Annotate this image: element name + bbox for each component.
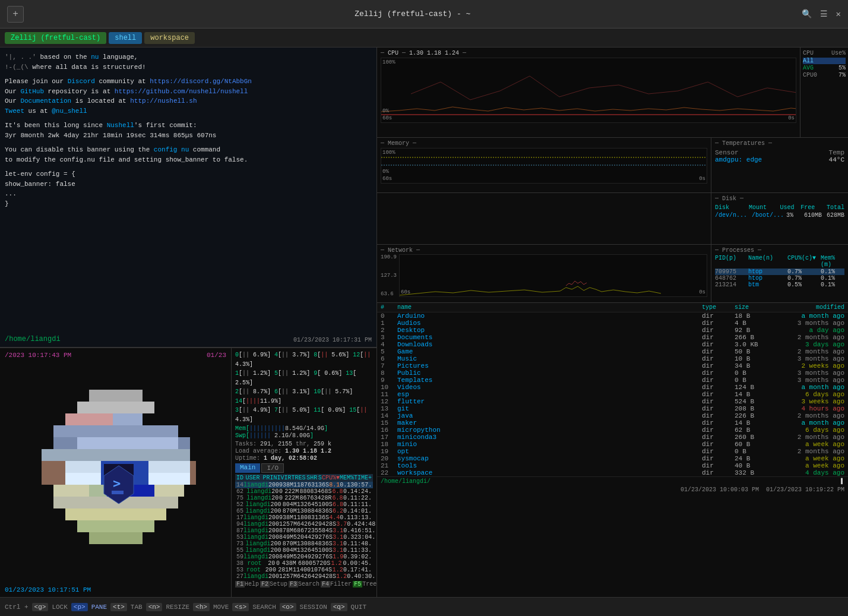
fb-row-num: 16 (381, 427, 397, 434)
htop-table-row[interactable]: 14 liangdi 20 0 938M 11876 3136 S 8.1 0.… (235, 482, 373, 488)
net-labels: 190.9 127.3 63.6 (381, 254, 397, 297)
fb-row[interactable]: 18 minio dir 60 B a week ago (377, 441, 848, 448)
htop-table-row[interactable]: 27 liangdi 20 0 1257M 64264 29428 S 1.2 … (235, 573, 373, 580)
fb-row[interactable]: 22 workspace dir 332 B 4 days ago (377, 469, 848, 476)
proc-table-body: 709975 htop 0.7% 0.1% 648762 htop 0.7% 0… (715, 268, 844, 288)
th-user: USER (246, 475, 263, 481)
tab-workspace[interactable]: workspace (144, 32, 195, 44)
shell-line: You can disable this banner using the co… (5, 145, 372, 155)
fb-row[interactable]: 21 tools dir 40 B a week ago (377, 462, 848, 469)
fb-row[interactable]: 11 esp dir 14 B 6 days ago (377, 391, 848, 398)
svg-rect-25 (89, 532, 143, 544)
htop-table-row[interactable]: 38 root 20 0 438M 6800 5720 S 1.2 0.0 0:… (235, 560, 373, 567)
fb-row[interactable]: 3 Documents dir 266 B 2 months ago (377, 334, 848, 341)
htop-table-row[interactable]: 75 liangdi 20 0 222M 8676 3428 R 6.8 0.1… (235, 495, 373, 501)
fb-row-num: 1 (381, 320, 397, 327)
fb-row[interactable]: 14 java dir 226 B 2 months ago (377, 412, 848, 419)
fb-row[interactable]: 15 maker dir 14 B a month ago (377, 419, 848, 427)
fb-row[interactable]: 7 Pictures dir 34 B 2 weeks ago (377, 362, 848, 369)
sb-key-move[interactable]: <h> (193, 603, 210, 611)
fb-row[interactable]: 9 Templates dir 0 B 3 months ago (377, 377, 848, 384)
htop-table-row[interactable]: 94 liangdi 20 0 1257M 64264 29428 S 3.7 … (235, 521, 373, 527)
tab-shell[interactable]: shell (109, 32, 142, 44)
fb-row[interactable]: 6 Music dir 10 B 3 months ago (377, 355, 848, 362)
sb-key-lock[interactable]: <g> (32, 603, 49, 611)
fb-row[interactable]: 4 Downloads dir 3.0 KB 3 days ago (377, 341, 848, 348)
htop-tab-io[interactable]: I/O (261, 463, 284, 473)
fb-row-type: dir (702, 462, 735, 469)
htop-table-row[interactable]: 65 liangdi 20 0 870M 13088 4836 S 6.2 0.… (235, 508, 373, 514)
fb-row-size: 0 B (735, 448, 773, 455)
htop-tab-main[interactable]: Main (235, 463, 260, 473)
file-browser[interactable]: # name type size modified 0 Arduino dir … (377, 303, 848, 597)
fnkey-f5: F5 (353, 581, 362, 587)
htop-table-row[interactable]: 17 liangdi 20 0 938M 11808 3136 S 4.4 0.… (235, 514, 373, 521)
htop-table-row[interactable]: 55 liangdi 20 0 804M 13264 5100 S 3.1 0.… (235, 547, 373, 554)
sb-key-pane[interactable]: <p> (71, 603, 88, 611)
dh-used: Used (780, 204, 796, 211)
fb-row[interactable]: 0 Arduino dir 18 B a month ago (377, 312, 848, 320)
menu-icon[interactable]: ☰ (820, 9, 828, 19)
fb-row[interactable]: 5 Game dir 50 B 2 months ago (377, 348, 848, 355)
fb-row[interactable]: 10 Videos dir 124 B a month ago (377, 384, 848, 391)
htop-table-row[interactable]: 53 liangdi 20 0 849M 52044 29276 S 3.1 0… (235, 534, 373, 541)
fb-row-size: 208 B (735, 405, 773, 412)
th-mem: MEM% (340, 475, 354, 481)
shell-line: '|, . .' based on the nu language, (5, 52, 372, 62)
sb-key-session[interactable]: <o> (280, 603, 296, 611)
htop-table-row[interactable]: 52 liangdi 20 0 804M 13264 5100 S 6.8 0.… (235, 501, 373, 508)
fb-row[interactable]: 17 miniconda3 dir 260 B 2 months ago (377, 434, 848, 441)
htop-table-row[interactable]: 73 liangdi 20 0 870M 13088 4836 S 3.1 0.… (235, 541, 373, 547)
fb-row[interactable]: 1 Audios dir 4 B 3 months ago (377, 320, 848, 327)
htop-table-row[interactable]: 59 liangdi 20 0 849M 52049 29276 S 1.9 0… (235, 554, 373, 560)
fb-row-type: dir (702, 341, 735, 348)
fb-row-num: 21 (381, 462, 397, 469)
fb-row-size: 92 B (735, 327, 773, 334)
disk-row: ─ Disk ─ Disk Mount Used Free Total /dev… (377, 193, 848, 245)
shell-panel[interactable]: '|, . .' based on the nu language, !-(_(… (0, 48, 376, 348)
fb-row[interactable]: 8 Public dir 0 B 3 months ago (377, 369, 848, 377)
legend-avg: AVG (803, 65, 814, 71)
sb-key-quit[interactable]: <q> (331, 603, 347, 611)
fb-row-mod: 2 months ago (773, 348, 844, 355)
fb-row[interactable]: 12 flutter dir 524 B 3 weeks ago (377, 398, 848, 405)
search-icon[interactable]: 🔍 (802, 9, 812, 19)
fb-row[interactable]: 13 git dir 208 B 4 hours ago (377, 405, 848, 412)
sb-key-search[interactable]: <s> (232, 603, 249, 611)
htop-table-row[interactable]: 87 liangdi 20 0 878M 68672 35584 S 3.1 0… (235, 527, 373, 534)
svg-rect-29 (112, 491, 124, 494)
fb-row-num: 11 (381, 391, 397, 398)
svg-rect-17 (190, 473, 196, 485)
svg-rect-12 (148, 461, 190, 473)
fb-path-left: /home/liangdi/ (381, 478, 431, 485)
tab-zellij[interactable]: Zellij (fretful-cast) (5, 32, 106, 44)
sb-key-tab[interactable]: <t> (110, 603, 127, 611)
svg-rect-23 (65, 508, 166, 520)
close-icon[interactable]: ✕ (836, 9, 841, 19)
disk-total: 628MB (827, 212, 844, 219)
fb-row[interactable]: 20 sysmocap dir 24 B a week ago (377, 455, 848, 462)
fb-row-num: 20 (381, 455, 397, 462)
fb-row-mod: 3 days ago (773, 341, 844, 348)
shell-path: /home/liangdi (5, 335, 61, 343)
fb-row[interactable]: 16 micropython dir 62 B 6 days ago (377, 427, 848, 434)
cpu-graph-area: 100% 0% 60s 0s (381, 58, 796, 123)
htop-table-row[interactable]: 53 root 20 0 281M 11400 10764 S 1.2 0.1 … (235, 567, 373, 573)
fb-row[interactable]: 2 Desktop dir 92 B a day ago (377, 327, 848, 334)
htop-panel[interactable]: 0[|| 6.9%] 4[|| 3.7%] 8[|| 5.6%] 12[|| 4… (232, 348, 376, 597)
htop-mem-bar: Mem[||||||||||8.54G/14.9G] (235, 425, 373, 432)
fb-row-type: dir (702, 384, 735, 391)
new-tab-button[interactable]: + (7, 6, 24, 23)
fb-row-name: tools (397, 462, 702, 469)
fb-row-num: 12 (381, 398, 397, 405)
pixel-art-svg: > (18, 372, 214, 574)
htop-table-row[interactable]: 62 liangdi 20 0 222M 8808 3468 S 6.8 0.1… (235, 488, 373, 495)
fb-row-num: 18 (381, 441, 397, 448)
fb-row[interactable]: 19 opt dir 0 B 2 months ago (377, 448, 848, 455)
th-time: TIME+ (354, 475, 372, 481)
fb-row-name: java (397, 412, 702, 419)
fb-row-type: dir (702, 377, 735, 384)
mem-graph-svg (381, 149, 707, 183)
sb-key-resize[interactable]: <n> (146, 603, 163, 611)
fb-row-name: flutter (397, 398, 702, 405)
